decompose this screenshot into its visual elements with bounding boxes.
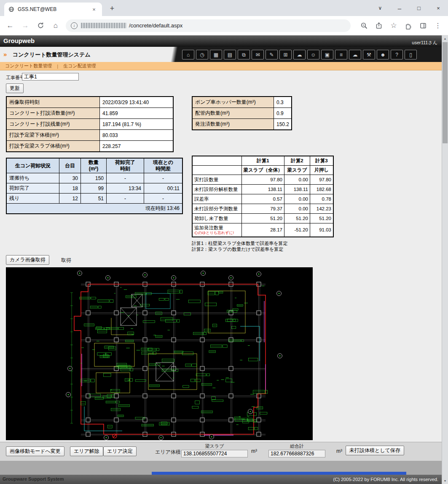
total-label: 総合計 — [268, 443, 325, 449]
windows-icon[interactable]: ⧉ — [238, 50, 250, 59]
subnav-separator: | — [57, 64, 58, 69]
tab-close-icon[interactable] — [90, 5, 98, 13]
table-row: 追加発注数量 心のゆとりも忘れずに! 28.17 -51.20 91.03 — [192, 223, 333, 237]
site-favicon-icon — [8, 6, 14, 12]
move-mode-button[interactable]: 画像移動モードへ変更 — [6, 446, 64, 456]
window-controls — [370, 0, 448, 16]
browser-menu-icon[interactable] — [434, 22, 442, 30]
extensions-puzzle-icon[interactable] — [404, 22, 413, 30]
vertical-scrollbar[interactable] — [442, 35, 448, 484]
table-row: 未打設部分解析数量 138.11 138.11 182.68 — [192, 185, 333, 194]
mail-icon[interactable]: ✉ — [252, 50, 264, 59]
print-icon[interactable]: ⊞ — [279, 50, 292, 59]
scrollbar-thumb[interactable] — [443, 42, 448, 143]
row-label: 追加発注数量 — [194, 225, 223, 230]
new-tab-button[interactable] — [107, 3, 117, 13]
cad-drawing[interactable] — [6, 267, 313, 440]
blue-bar — [152, 472, 406, 475]
scroll-down-icon[interactable] — [442, 478, 448, 484]
page-footer: Groupware Support System (C) 2005-2022 b… — [0, 475, 442, 484]
back-icon[interactable] — [5, 21, 15, 31]
user-icon[interactable]: ☺ — [307, 50, 319, 59]
refresh-button[interactable]: 更新 — [6, 83, 24, 93]
table-row: 荷卸完了 18 99 13:34 00:11 — [6, 183, 182, 194]
browser-tab-strip: GSS.NET@WEB — [0, 0, 448, 16]
logged-in-user: user111さん — [412, 40, 437, 46]
cloud-sync-icon[interactable]: ☁ — [349, 50, 361, 59]
address-bar[interactable]: /concrete/default.aspx — [66, 19, 351, 32]
url-host-redacted — [81, 23, 126, 28]
chevrons-icon — [3, 51, 7, 58]
edit-icon[interactable]: ✎ — [266, 50, 278, 59]
bookmark-star-icon[interactable] — [389, 22, 398, 30]
table-row: 誤差率 0.57 0.00 0.78 — [192, 194, 333, 204]
forward-icon[interactable] — [20, 21, 30, 31]
area-volume-label: エリア体積 — [155, 449, 181, 456]
window-maximize-button[interactable] — [409, 0, 429, 16]
mobile-icon[interactable]: ▯ — [405, 50, 417, 59]
table-row: 実打設数量 97.80 0.00 97.80 — [192, 175, 333, 185]
footer-copyright: (C) 2005-2022 by FORUM8 Inc. All rights … — [333, 477, 438, 482]
page-title: コンクリート数量管理システム — [13, 51, 91, 59]
help-icon[interactable]: ? — [391, 50, 403, 59]
site-brand: Groupweb — [3, 37, 35, 44]
tab-ready-mix-delivery[interactable]: 生コン配送管理 — [63, 63, 96, 69]
beam-slab-label: 梁スラブ — [181, 443, 248, 449]
beam-slab-volume-input[interactable] — [181, 450, 248, 457]
project-number-input[interactable] — [22, 73, 79, 81]
calc-note-1: 計算1：柱壁梁スラブ全体数量で誤差率を算定 — [192, 240, 287, 247]
camera-capture-button[interactable]: カメラ画像取得 — [6, 255, 49, 265]
tab-concrete-quantity[interactable]: コンクリート数量管理 — [5, 63, 52, 69]
capture-info-table: 画像取得時刻2022/03/29 13:41:40 コンクリート打設済数量(m³… — [6, 96, 174, 152]
home-icon[interactable] — [51, 21, 61, 31]
cloud-icon[interactable]: ☁ — [293, 50, 306, 59]
row-note: 心のゆとりも忘れずに! — [194, 231, 240, 235]
window-minimize-button[interactable] — [390, 0, 409, 16]
calc-note-2: 計算2：梁スラブの数量だけで誤差率を算定 — [192, 246, 283, 253]
table-row: 残り 12 51 - - — [6, 194, 182, 204]
pump-info-table: ポンプ車ホッパー数量(m³)0.3 配管内数量(m³)0.9 発注済数量(m³)… — [192, 96, 292, 130]
table-row: 未打設部分予測数量 79.37 0.00 142.23 — [192, 204, 333, 214]
browser-tab[interactable]: GSS.NET@WEB — [4, 3, 102, 16]
beam-slab-unit: m³ — [251, 448, 257, 454]
unload-status-table: 生コン荷卸状況 台目 数量 (m²) 荷卸完了 時刻 現在との 時間差 運搬待ち… — [6, 158, 183, 214]
list-icon[interactable]: ≡ — [335, 50, 347, 59]
home-icon[interactable]: ⌂ — [182, 50, 194, 59]
area-set-button[interactable]: エリア決定 — [103, 446, 137, 456]
members-icon[interactable]: ☻ — [377, 50, 389, 59]
share-icon[interactable] — [375, 22, 383, 30]
current-time: 現在時刻 13:46 — [6, 204, 182, 214]
app-bar: コンクリート数量管理システム ⌂◷▦▤⧉✉✎⊞☁☺▣≡☁⚒☻?▯ — [0, 47, 442, 62]
modules-icon[interactable]: ▦ — [210, 50, 222, 59]
clock-icon[interactable]: ◷ — [196, 50, 208, 59]
footer-left-text: Groupware Support System — [3, 476, 64, 481]
total-volume-input[interactable] — [268, 450, 325, 457]
table-row: 運搬待ち 30 150 - - — [6, 173, 182, 183]
document-icon[interactable]: ▤ — [224, 50, 236, 59]
table-row: 荷卸し未了数量 51.20 51.20 51.20 — [192, 214, 333, 223]
area-clear-button[interactable]: エリア解除 — [70, 446, 103, 456]
site-header: Groupweb user111さん — [0, 35, 442, 47]
save-unplaced-volume-button[interactable]: 未打設体積として保存 — [346, 446, 404, 455]
url-path: /concrete/default.aspx — [129, 22, 182, 29]
window-chevron-icon[interactable] — [370, 0, 390, 16]
browser-toolbar: /concrete/default.aspx — [0, 16, 448, 35]
reload-icon[interactable] — [35, 21, 46, 31]
sub-navigation: コンクリート数量管理 | 生コン配送管理 — [0, 62, 442, 70]
tab-title: GSS.NET@WEB — [18, 6, 90, 12]
toolbar-actions — [360, 22, 448, 30]
browser-window: GSS.NET@WEB /concrete/default.aspx — [0, 0, 448, 484]
app-toolbar-icons: ⌂◷▦▤⧉✉✎⊞☁☺▣≡☁⚒☻?▯ — [182, 50, 417, 59]
capture-label: 取得 — [61, 257, 71, 264]
clipboard-icon[interactable]: ▣ — [321, 50, 333, 59]
side-panel-icon[interactable] — [419, 22, 427, 30]
window-close-button[interactable] — [429, 0, 448, 16]
scroll-up-icon[interactable] — [442, 35, 448, 42]
zoom-icon[interactable] — [360, 22, 368, 30]
total-unit: m³ — [336, 448, 342, 454]
calculation-table: 計算1 計算2 計算3 梁スラブ（全体） 梁スラブ 片押し 実打設数量 97.8… — [192, 156, 334, 237]
tools-icon[interactable]: ⚒ — [363, 50, 375, 59]
site-info-icon[interactable] — [71, 22, 78, 29]
